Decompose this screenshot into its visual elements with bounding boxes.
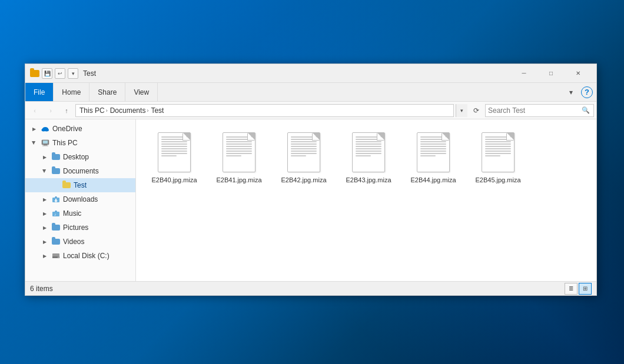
sidebar-item-music[interactable]: ▶ ♪ Music — [25, 206, 135, 221]
file-name: E2B41.jpg.miza — [216, 176, 261, 184]
title-bar: 💾 ↩ ▾ Test ─ □ ✕ — [25, 64, 596, 83]
forward-button[interactable]: › — [44, 103, 58, 118]
svg-rect-5 — [44, 145, 47, 146]
doc-line — [226, 141, 252, 142]
item-count: 6 items — [30, 285, 565, 293]
ribbon-collapse-button[interactable]: ▾ — [565, 83, 577, 101]
thispc-label: This PC — [52, 139, 78, 147]
sidebar-item-thispc[interactable]: ▶ This PC — [25, 136, 135, 150]
file-icon — [285, 131, 323, 173]
localdisk-expand-arrow: ▶ — [41, 252, 49, 260]
sidebar-item-onedrive[interactable]: ▶ OneDrive — [25, 122, 135, 136]
doc-line — [420, 146, 446, 147]
doc-line — [485, 136, 511, 138]
sidebar-item-test[interactable]: ▶ Test — [25, 178, 135, 192]
downloads-folder-icon — [51, 195, 61, 204]
close-button[interactable]: ✕ — [565, 64, 592, 83]
doc-line — [161, 151, 187, 152]
doc-line — [420, 143, 446, 145]
ribbon-tab-file[interactable]: File — [25, 83, 54, 101]
document-icon — [352, 132, 385, 172]
sidebar-item-videos[interactable]: ▶ Videos — [25, 235, 135, 249]
svg-rect-4 — [43, 141, 48, 143]
refresh-button[interactable]: ⟳ — [469, 103, 483, 118]
file-item[interactable]: E2B45.jpg.miza — [466, 125, 530, 190]
sidebar-item-downloads[interactable]: ▶ Downloads — [25, 192, 135, 206]
thispc-expand-arrow: ▶ — [30, 139, 38, 147]
window-icon — [30, 69, 39, 78]
doc-line — [420, 136, 446, 138]
sidebar-item-documents[interactable]: ▶ Documents — [25, 164, 135, 178]
quick-undo-btn[interactable]: ↩ — [55, 68, 65, 79]
file-item[interactable]: E2B42.jpg.miza — [271, 125, 336, 190]
sidebar: ▶ OneDrive ▶ — [25, 119, 136, 281]
doc-line — [291, 148, 317, 149]
address-path[interactable]: This PC › Documents › Test — [75, 104, 454, 117]
doc-line — [291, 143, 317, 145]
path-arrow-1: › — [106, 108, 108, 113]
address-dropdown-button[interactable]: ▾ — [456, 104, 467, 117]
file-explorer-window: 💾 ↩ ▾ Test ─ □ ✕ File Home Share View ▾ … — [25, 64, 597, 296]
file-item[interactable]: E2B41.jpg.miza — [207, 125, 271, 190]
doc-line — [485, 148, 511, 149]
search-button[interactable]: 🔍 — [580, 105, 591, 116]
ribbon-tab-view[interactable]: View — [125, 83, 158, 101]
test-folder-icon — [62, 181, 71, 190]
doc-line — [356, 136, 381, 138]
doc-line — [356, 148, 381, 149]
ribbon-help-button[interactable]: ? — [581, 86, 593, 98]
ribbon-tab-home[interactable]: Home — [54, 83, 89, 101]
downloads-expand-arrow: ▶ — [41, 195, 49, 203]
quick-save-btn[interactable]: 💾 — [42, 68, 52, 79]
doc-line — [291, 151, 317, 152]
search-input[interactable] — [488, 106, 580, 115]
quick-dropdown-btn[interactable]: ▾ — [68, 68, 78, 79]
svg-point-2 — [42, 127, 48, 131]
doc-line — [356, 139, 381, 140]
doc-line — [485, 141, 511, 142]
file-item[interactable]: E2B43.jpg.miza — [336, 125, 401, 190]
main-area: ▶ OneDrive ▶ — [25, 119, 596, 281]
videos-folder-icon — [51, 237, 61, 246]
ribbon-tab-share[interactable]: Share — [89, 83, 125, 101]
pictures-label: Pictures — [63, 223, 88, 232]
file-item[interactable]: E2B40.jpg.miza — [142, 125, 207, 190]
doc-line — [485, 151, 511, 152]
file-icon — [479, 131, 517, 173]
doc-line — [420, 153, 446, 154]
grid-view-button[interactable]: ⊞ — [579, 283, 592, 295]
pictures-folder-icon — [51, 223, 61, 232]
svg-point-15 — [58, 257, 59, 258]
maximize-button[interactable]: □ — [537, 64, 565, 83]
view-toggle: ≣ ⊞ — [565, 283, 592, 295]
file-icon — [220, 131, 258, 173]
doc-line — [226, 143, 252, 145]
sidebar-item-localdisk[interactable]: ▶ Local Disk (C:) — [25, 249, 135, 263]
doc-line — [226, 153, 252, 154]
up-button[interactable]: ↑ — [59, 103, 74, 118]
music-folder-icon: ♪ — [51, 209, 61, 218]
list-view-button[interactable]: ≣ — [565, 283, 577, 295]
sidebar-item-pictures[interactable]: ▶ Pictures — [25, 221, 135, 235]
minimize-button[interactable]: ─ — [510, 64, 537, 83]
doc-line — [420, 141, 446, 142]
thispc-icon — [41, 138, 50, 148]
doc-line — [226, 146, 252, 147]
file-name: E2B44.jpg.miza — [410, 176, 456, 184]
doc-line — [161, 146, 187, 147]
documents-label: Documents — [63, 167, 99, 175]
address-bar: ‹ › ↑ This PC › Documents › Test ▾ ⟳ 🔍 — [25, 102, 596, 119]
doc-line — [161, 148, 187, 149]
search-box[interactable]: 🔍 — [485, 104, 594, 117]
doc-line — [420, 139, 446, 140]
back-button[interactable]: ‹ — [28, 103, 42, 118]
path-segment-thispc: This PC › — [79, 106, 108, 115]
file-item[interactable]: E2B44.jpg.miza — [401, 125, 466, 190]
doc-line — [420, 148, 446, 149]
doc-line — [291, 136, 317, 138]
doc-line — [485, 139, 511, 140]
content-area: E2B40.jpg.mizaE2B41.jpg.mizaE2B42.jpg.mi… — [136, 119, 596, 281]
doc-line — [485, 146, 511, 147]
sidebar-item-desktop[interactable]: ▶ Desktop — [25, 150, 135, 164]
document-icon — [287, 132, 320, 172]
